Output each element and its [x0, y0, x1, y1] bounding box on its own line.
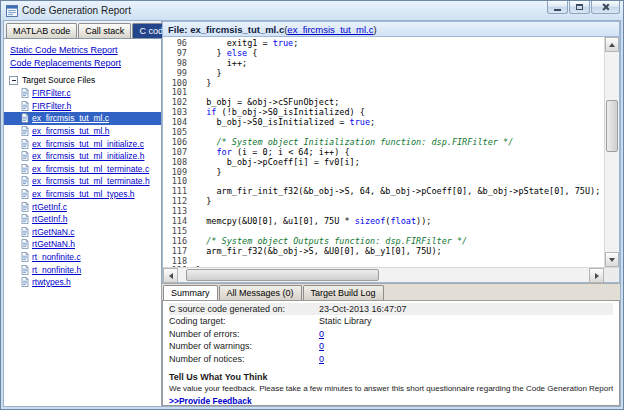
file-icon — [21, 214, 29, 224]
source-text: } — [196, 196, 211, 206]
summary-row: C source code generated on:23-Oct-2013 1… — [169, 303, 613, 315]
tree-item-label[interactable]: rtGetNaN.h — [32, 239, 75, 249]
tree-item-firfilter-c[interactable]: FIRFilter.c — [4, 87, 161, 100]
summary-value[interactable]: 0 — [319, 353, 324, 365]
file-icon — [21, 151, 29, 161]
tree-item-label[interactable]: ex_fircmsis_tut_ml_types.h — [32, 189, 135, 199]
source-text: } — [196, 78, 211, 88]
collapse-icon[interactable] — [9, 76, 18, 85]
provide-feedback-link[interactable]: >>Provide Feedback — [169, 396, 252, 406]
tree-item-label[interactable]: rtGetNaN.c — [32, 227, 75, 237]
code-line: 112 } — [163, 197, 604, 207]
title-left: Code Generation Report — [6, 1, 547, 20]
tree-item-rt-nonfinite-h[interactable]: rt_nonfinite.h — [4, 263, 161, 276]
tree-item-rtwtypes-h[interactable]: rtwtypes.h — [4, 276, 161, 289]
tree-item-rtgetinf-h[interactable]: rtGetInf.h — [4, 213, 161, 226]
source-text: } — [196, 167, 222, 177]
app-icon — [6, 5, 18, 17]
bottom-tab-strip: SummaryAll Messages (0)Target Build Log — [162, 283, 620, 300]
horizontal-scroll-track[interactable] — [178, 268, 589, 282]
file-icon — [21, 202, 29, 212]
tree-item-firfilter-h[interactable]: FIRFilter.h — [4, 100, 161, 113]
file-icon — [21, 277, 29, 287]
file-icon — [21, 126, 29, 136]
tree-item-label[interactable]: rtGetInf.h — [32, 214, 67, 224]
tree-item-ex-fircmsis-tut-ml-terminate-h[interactable]: ex_fircmsis_tut_ml_terminate.h — [4, 175, 161, 188]
tree-item-ex-fircmsis-tut-ml-initialize-h[interactable]: ex_fircmsis_tut_ml_initialize.h — [4, 150, 161, 163]
source-text: for (i = 0; i < 64; i++) { — [196, 147, 350, 157]
file-tree-items: FIRFilter.c FIRFilter.h ex_fircmsis_tut_… — [4, 87, 161, 289]
window-frame: MATLAB codeCall stackC code Static Code … — [1, 20, 623, 409]
source-text: if (!b_obj->S0_isInitialized) { — [196, 107, 365, 117]
tree-root-target-source-files[interactable]: Target Source Files — [4, 74, 161, 87]
tree-item-label[interactable]: ex_fircmsis_tut_ml_initialize.h — [32, 151, 144, 161]
tree-item-label[interactable]: rt_nonfinite.h — [32, 265, 81, 275]
summary-value[interactable]: 0 — [319, 340, 324, 352]
code-line: 118 — [163, 257, 604, 267]
file-icon — [21, 189, 29, 199]
tree-item-ex-fircmsis-tut-ml-c[interactable]: ex_fircmsis_tut_ml.c — [4, 112, 161, 125]
source-text: exitg1 = true; — [196, 38, 298, 48]
file-icon — [21, 113, 29, 123]
vertical-scroll-track[interactable] — [605, 52, 619, 252]
code-view: 96 exitg1 = true;97 } else {98 i++;99 }1… — [163, 37, 604, 267]
tree-item-label[interactable]: FIRFilter.c — [32, 88, 71, 98]
scroll-left-button[interactable] — [163, 268, 178, 283]
arrow-left-icon — [169, 273, 173, 279]
tree-item-ex-fircmsis-tut-ml-h[interactable]: ex_fircmsis_tut_ml.h — [4, 125, 161, 138]
tree-item-label[interactable]: ex_fircmsis_tut_ml.h — [32, 126, 109, 136]
vertical-scroll-thumb[interactable] — [606, 100, 618, 152]
tree-item-label[interactable]: rtGetInf.c — [32, 202, 67, 212]
tree-item-ex-fircmsis-tut-ml-terminate-c[interactable]: ex_fircmsis_tut_ml_terminate.c — [4, 163, 161, 176]
file-header: File: ex_fircmsis_tut_ml.c ( ex_fircmsis… — [162, 21, 620, 37]
source-text: /* System object Initialization function… — [196, 137, 513, 147]
summary-panel: C source code generated on:23-Oct-2013 1… — [162, 300, 620, 406]
file-icon — [21, 252, 29, 262]
sidebar-report-links: Static Code Metrics ReportCode Replaceme… — [4, 45, 161, 68]
scroll-down-button[interactable] — [605, 252, 619, 267]
tree-item-label[interactable]: FIRFilter.h — [32, 101, 71, 111]
tree-item-label[interactable]: ex_fircmsis_tut_ml_terminate.c — [32, 164, 149, 174]
tree-item-rt-nonfinite-c[interactable]: rt_nonfinite.c — [4, 251, 161, 264]
tree-root-label: Target Source Files — [22, 75, 95, 85]
summary-value: Static Library — [319, 315, 372, 327]
tab-matlab-code[interactable]: MATLAB code — [6, 23, 77, 38]
file-header-link[interactable]: ex_fircmsis_tut_ml.c — [287, 24, 373, 35]
tree-item-label[interactable]: ex_fircmsis_tut_ml_terminate.h — [32, 176, 150, 186]
scroll-up-button[interactable] — [605, 37, 619, 52]
tab-target-build-log[interactable]: Target Build Log — [303, 285, 384, 300]
tree-item-rtgetnan-c[interactable]: rtGetNaN.c — [4, 226, 161, 239]
tab-call-stack[interactable]: Call stack — [78, 23, 131, 38]
tree-item-label[interactable]: rtwtypes.h — [32, 277, 71, 287]
tree-item-label[interactable]: rt_nonfinite.c — [32, 252, 81, 262]
tree-item-ex-fircmsis-tut-ml-types-h[interactable]: ex_fircmsis_tut_ml_types.h — [4, 188, 161, 201]
tree-item-label[interactable]: ex_fircmsis_tut_ml_initialize.c — [32, 139, 144, 149]
close-button[interactable] — [591, 1, 620, 14]
scroll-right-button[interactable] — [589, 268, 604, 283]
horizontal-scrollbar[interactable] — [163, 268, 604, 282]
source-text: b_obj->pCoeff[i] = fv0[i]; — [196, 157, 360, 167]
code-line: 99 } — [163, 69, 604, 79]
tab-summary[interactable]: Summary — [163, 285, 218, 300]
tree-item-rtgetinf-c[interactable]: rtGetInf.c — [4, 200, 161, 213]
main-panel: File: ex_fircmsis_tut_ml.c ( ex_fircmsis… — [162, 21, 620, 406]
link-code-replacements-report[interactable]: Code Replacements Report — [10, 58, 155, 68]
link-static-code-metrics-report[interactable]: Static Code Metrics Report — [10, 45, 155, 55]
window-title: Code Generation Report — [22, 5, 131, 16]
source-text: } else { — [196, 48, 257, 58]
vertical-scrollbar[interactable] — [604, 37, 619, 267]
tab-all-messages-0[interactable]: All Messages (0) — [219, 285, 302, 300]
tree-item-label[interactable]: ex_fircmsis_tut_ml.c — [32, 113, 109, 123]
tree-item-rtgetnan-h[interactable]: rtGetNaN.h — [4, 238, 161, 251]
file-icon — [21, 239, 29, 249]
tree-item-ex-fircmsis-tut-ml-initialize-c[interactable]: ex_fircmsis_tut_ml_initialize.c — [4, 137, 161, 150]
summary-value[interactable]: 0 — [319, 328, 324, 340]
horizontal-scroll-thumb[interactable] — [186, 269, 379, 281]
summary-value: 23-Oct-2013 16:47:07 — [319, 303, 407, 315]
code-line: 100 } — [163, 79, 604, 89]
code-line: 104 b_obj->S0_isInitialized = true; — [163, 118, 604, 128]
summary-row: Number of notices:0 — [169, 353, 613, 365]
maximize-button[interactable] — [569, 1, 590, 14]
source-text: b_obj->S0_isInitialized = true; — [196, 117, 375, 127]
minimize-button[interactable] — [547, 1, 568, 14]
